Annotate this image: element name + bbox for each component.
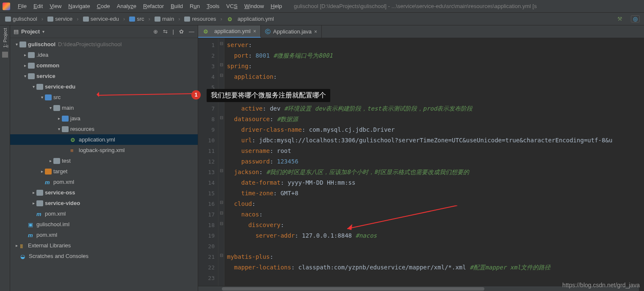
- menu-window[interactable]: Window: [241, 0, 267, 13]
- tab-label: Application.java: [273, 28, 312, 35]
- project-view-icon: ▤: [14, 28, 19, 35]
- menu-file[interactable]: File: [14, 0, 30, 13]
- panel-title[interactable]: Project: [21, 28, 40, 35]
- crumb-application-yml[interactable]: application.yml: [226, 16, 275, 22]
- watermark: https://blog.csdn.net/grd_java: [562, 282, 640, 288]
- yml-file-icon: [203, 28, 210, 34]
- breadcrumb-bar: gulischool service service-edu src main …: [0, 13, 644, 25]
- project-panel: ▤ Project ▾ ⊕ ⇆ | ✿ — gulischoolD:\IdeaP…: [10, 25, 198, 291]
- locate-icon[interactable]: ⊕: [153, 28, 158, 35]
- line-number-gutter: 1234567891011121314151617181920212223: [198, 38, 218, 291]
- project-tool-tab[interactable]: 1: Project: [3, 28, 8, 47]
- menu-navigate[interactable]: Navigate: [65, 0, 93, 13]
- settings-gear-icon[interactable]: ✿: [179, 28, 184, 35]
- tab-label: application.yml: [214, 28, 251, 34]
- build-hammer-icon[interactable]: ⚒: [617, 16, 622, 22]
- tree-test[interactable]: test: [10, 155, 198, 166]
- annotation-tooltip: 我们想要将哪个微服务注册就配置哪个: [207, 89, 330, 102]
- menu-tools[interactable]: Tools: [203, 0, 223, 13]
- tree-application-yml[interactable]: application.yml: [10, 134, 198, 145]
- menu-refactor[interactable]: Refactor: [140, 0, 167, 13]
- fold-gutter[interactable]: ⊟⊟⊟⊟⊟⊟⊟⊟⊟⊟: [218, 38, 224, 291]
- separator: |: [173, 28, 174, 35]
- tree-service-oss[interactable]: service-oss: [10, 187, 198, 198]
- view-mode-chevron-icon[interactable]: ▾: [42, 29, 44, 34]
- menu-view[interactable]: View: [46, 0, 65, 13]
- structure-tool-icon[interactable]: [2, 52, 8, 58]
- tree-service-edu[interactable]: service-edu: [10, 81, 198, 92]
- tree-src[interactable]: src: [10, 92, 198, 103]
- project-tree[interactable]: gulischoolD:\IdeaProjects\gulischool .id…: [10, 38, 198, 291]
- tree-service[interactable]: service: [10, 71, 198, 81]
- tree-service-video[interactable]: service-video: [10, 198, 198, 208]
- left-tool-strip: 1: Project: [0, 25, 10, 291]
- crumb-src[interactable]: src: [128, 16, 145, 22]
- tree-pom-1[interactable]: pom.xml: [10, 177, 198, 187]
- project-panel-header: ▤ Project ▾ ⊕ ⇆ | ✿ —: [10, 25, 198, 38]
- scroll-thumb[interactable]: [222, 287, 484, 291]
- close-tab-icon[interactable]: ×: [253, 28, 256, 34]
- menu-help[interactable]: Help: [267, 0, 285, 13]
- tree-ext-lib[interactable]: External Libraries: [10, 240, 198, 251]
- crumb-service[interactable]: service: [47, 16, 73, 22]
- crumb-service-edu[interactable]: service-edu: [82, 16, 120, 22]
- crumb-gulischool[interactable]: gulischool: [4, 16, 38, 22]
- menu-code[interactable]: Code: [94, 0, 113, 13]
- tree-iml[interactable]: gulischool.iml: [10, 219, 198, 230]
- editor-area: application.yml × Ⓒ Application.java × 1…: [198, 25, 644, 291]
- menu-analyze[interactable]: Analyze: [113, 0, 140, 13]
- expand-icon[interactable]: ⇆: [163, 28, 168, 35]
- tab-application-yml[interactable]: application.yml ×: [198, 25, 261, 38]
- window-title: gulischool [D:\IdeaProjects\gulischool] …: [294, 3, 537, 9]
- tree-pom-3[interactable]: pom.xml: [10, 230, 198, 240]
- hide-panel-icon[interactable]: —: [189, 28, 194, 35]
- workspace: 1: Project ▤ Project ▾ ⊕ ⇆ | ✿ — gulisch…: [0, 25, 644, 291]
- editor-body: 1234567891011121314151617181920212223 ⊟⊟…: [198, 38, 644, 291]
- tree-pom-2[interactable]: pom.xml: [10, 208, 198, 219]
- tree-idea[interactable]: .idea: [10, 50, 198, 60]
- run-target-icon[interactable]: ◎: [631, 15, 640, 22]
- tree-scratch[interactable]: Scratches and Consoles: [10, 251, 198, 261]
- editor-tabs: application.yml × Ⓒ Application.java ×: [198, 25, 644, 38]
- app-logo-icon: [3, 3, 10, 10]
- crumb-main[interactable]: main: [154, 16, 175, 22]
- tree-logback[interactable]: logback-spring.xml: [10, 145, 198, 155]
- java-file-icon: Ⓒ: [265, 28, 271, 36]
- menu-edit[interactable]: Edit: [30, 0, 46, 13]
- tab-application-java[interactable]: Ⓒ Application.java ×: [261, 25, 322, 38]
- menubar: File Edit View Navigate Code Analyze Ref…: [0, 0, 644, 13]
- tree-java[interactable]: java: [10, 113, 198, 124]
- annotation-badge-1: 1: [191, 90, 201, 100]
- tree-common[interactable]: common: [10, 60, 198, 71]
- close-tab-icon[interactable]: ×: [314, 29, 317, 35]
- tree-target[interactable]: target: [10, 166, 198, 177]
- menu-vcs[interactable]: VCS: [223, 0, 241, 13]
- code-editor[interactable]: server: port: 8001 #微服务端口号为8001 spring: …: [224, 38, 644, 291]
- tree-main[interactable]: main: [10, 103, 198, 113]
- tree-resources[interactable]: resources: [10, 124, 198, 134]
- menu-build[interactable]: Build: [167, 0, 186, 13]
- tree-root[interactable]: gulischoolD:\IdeaProjects\gulischool: [10, 39, 198, 50]
- crumb-resources[interactable]: resources: [183, 16, 217, 22]
- menu-run[interactable]: Run: [186, 0, 203, 13]
